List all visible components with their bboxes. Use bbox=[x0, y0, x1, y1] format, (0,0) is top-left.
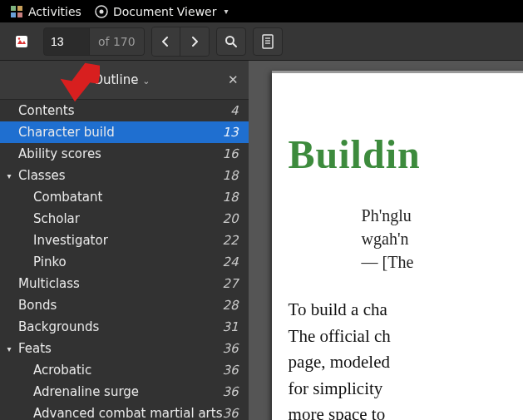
note-icon bbox=[261, 34, 274, 49]
svg-rect-6 bbox=[16, 36, 27, 47]
chevron-down-icon: ▾ bbox=[224, 7, 228, 16]
activities-label: Activities bbox=[28, 5, 81, 18]
chevron-down-icon: ⌄ bbox=[142, 76, 150, 86]
outline-item-page: 18 bbox=[222, 168, 238, 183]
outline-item-label: Character build bbox=[18, 125, 115, 140]
outline-item[interactable]: ▾Classes18 bbox=[0, 165, 249, 186]
outline-item-page: 22 bbox=[222, 233, 238, 248]
outline-item[interactable]: Multiclass27 bbox=[0, 273, 249, 294]
outline-item-label: Acrobatic bbox=[33, 363, 91, 378]
main-split: Outline ⌄ ✕ Contents4Character build13Ab… bbox=[0, 61, 523, 420]
svg-rect-0 bbox=[11, 6, 16, 11]
quote-line: — [The bbox=[362, 250, 523, 274]
page-heading: Buildin bbox=[289, 131, 523, 177]
outline-item-label: Investigator bbox=[33, 233, 108, 248]
svg-point-7 bbox=[18, 37, 20, 39]
outline-item[interactable]: Character build13 bbox=[0, 121, 249, 143]
page-selector: of 170 bbox=[43, 27, 145, 56]
outline-item-label: Pinko bbox=[33, 254, 67, 269]
activities-icon bbox=[10, 5, 23, 18]
outline-item-label: Classes bbox=[18, 168, 66, 183]
svg-rect-10 bbox=[263, 35, 273, 48]
chevron-right-icon bbox=[190, 37, 200, 47]
search-button[interactable] bbox=[216, 27, 246, 56]
outline-item[interactable]: Advanced combat martial arts36 bbox=[0, 403, 249, 420]
outline-item[interactable]: Backgrounds31 bbox=[0, 316, 249, 338]
svg-point-5 bbox=[99, 9, 103, 13]
search-icon bbox=[224, 35, 238, 48]
body-line: The official ch bbox=[289, 324, 523, 350]
quote-line: Ph'nglu bbox=[362, 204, 523, 227]
outline-item-page: 20 bbox=[222, 211, 238, 226]
activities-button[interactable]: Activities bbox=[3, 0, 88, 22]
toolbar: of 170 bbox=[0, 22, 523, 61]
outline-item[interactable]: Combatant18 bbox=[0, 186, 249, 208]
next-page-button[interactable] bbox=[180, 27, 209, 56]
prev-page-button[interactable] bbox=[152, 27, 180, 56]
document-viewer-icon bbox=[95, 5, 108, 18]
outline-item-page: 36 bbox=[222, 363, 238, 378]
outline-item-page: 28 bbox=[222, 298, 238, 313]
app-menu-label: Document Viewer bbox=[113, 5, 217, 18]
svg-rect-3 bbox=[17, 12, 22, 17]
outline-item[interactable]: Scholar20 bbox=[0, 208, 249, 230]
app-menu[interactable]: Document Viewer ▾ bbox=[88, 0, 235, 22]
outline-item[interactable]: Acrobatic36 bbox=[0, 359, 249, 381]
svg-rect-2 bbox=[11, 12, 16, 17]
page-total-label: of 170 bbox=[89, 28, 144, 55]
outline-item-label: Scholar bbox=[33, 211, 80, 226]
chevron-left-icon bbox=[160, 37, 170, 47]
outline-item-page: 36 bbox=[222, 384, 238, 399]
svg-rect-1 bbox=[17, 6, 22, 11]
expander-icon[interactable]: ▾ bbox=[3, 344, 15, 353]
outline-item-label: Combatant bbox=[33, 190, 102, 205]
outline-tree[interactable]: Contents4Character build13Ability scores… bbox=[0, 100, 249, 420]
body-line: for simplicity bbox=[289, 376, 523, 403]
outline-item[interactable]: Bonds28 bbox=[0, 294, 249, 316]
close-sidebar-button[interactable]: ✕ bbox=[228, 72, 239, 87]
outline-item[interactable]: Ability scores16 bbox=[0, 143, 249, 165]
outline-item-label: Backgrounds bbox=[18, 319, 99, 334]
thumbnails-button[interactable] bbox=[7, 27, 37, 56]
outline-item-page: 36 bbox=[222, 406, 238, 420]
outline-item-page: 31 bbox=[222, 319, 238, 334]
outline-item[interactable]: Adrenaline surge36 bbox=[0, 381, 249, 403]
annotations-button[interactable] bbox=[253, 27, 283, 56]
body-line: To build a cha bbox=[289, 297, 523, 324]
expander-icon[interactable]: ▾ bbox=[3, 171, 15, 180]
quote-line: wgah'n bbox=[362, 227, 523, 250]
outline-item-label: Advanced combat martial arts bbox=[33, 406, 222, 420]
page-nav bbox=[151, 27, 210, 57]
page-quote: Ph'nglu wgah'n — [The bbox=[289, 204, 523, 274]
outline-item-label: Feats bbox=[18, 341, 52, 356]
outline-item-page: 4 bbox=[230, 103, 239, 118]
outline-item-label: Bonds bbox=[18, 298, 57, 313]
outline-item[interactable]: Contents4 bbox=[0, 100, 249, 121]
outline-item-page: 27 bbox=[222, 276, 238, 291]
outline-item-page: 13 bbox=[222, 125, 238, 140]
pdf-icon bbox=[14, 34, 29, 49]
desktop-top-panel: Activities Document Viewer ▾ bbox=[0, 0, 523, 22]
pdf-page: Buildin Ph'nglu wgah'n — [The To build a… bbox=[272, 71, 523, 420]
outline-item-page: 18 bbox=[222, 190, 238, 205]
sidebar-mode-dropdown[interactable]: Outline ⌄ bbox=[93, 72, 150, 87]
outline-item-label: Ability scores bbox=[18, 146, 101, 161]
outline-item-page: 24 bbox=[222, 254, 238, 269]
outline-item-label: Multiclass bbox=[18, 276, 80, 291]
page-number-input[interactable] bbox=[44, 28, 89, 55]
outline-item-page: 16 bbox=[222, 146, 238, 161]
svg-line-9 bbox=[233, 43, 236, 47]
body-line: more space to bbox=[289, 402, 523, 420]
page-viewer[interactable]: Buildin Ph'nglu wgah'n — [The To build a… bbox=[249, 61, 523, 420]
sidebar-header: Outline ⌄ ✕ bbox=[0, 61, 249, 100]
sidebar-mode-label: Outline bbox=[93, 72, 138, 87]
outline-item-page: 36 bbox=[222, 341, 238, 356]
outline-item-label: Contents bbox=[18, 103, 74, 118]
outline-item[interactable]: ▾Feats36 bbox=[0, 338, 249, 359]
outline-item[interactable]: Pinko24 bbox=[0, 251, 249, 273]
outline-item-label: Adrenaline surge bbox=[33, 384, 139, 399]
outline-item[interactable]: Investigator22 bbox=[0, 230, 249, 251]
page-body: To build a cha The official ch page, mod… bbox=[289, 297, 523, 420]
body-line: page, modeled bbox=[289, 349, 523, 376]
sidebar: Outline ⌄ ✕ Contents4Character build13Ab… bbox=[0, 61, 249, 420]
